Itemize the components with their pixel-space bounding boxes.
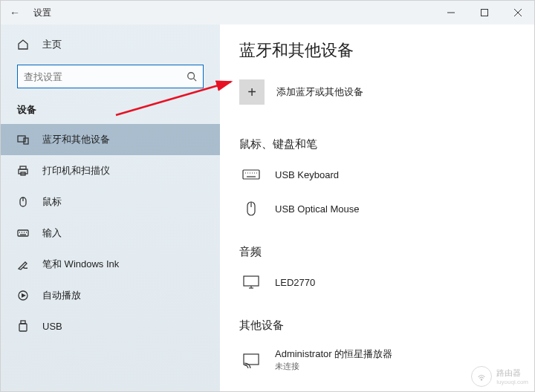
printer-icon: [17, 165, 29, 177]
nav-label: 蓝牙和其他设备: [42, 133, 110, 146]
device-label: USB Keyboard: [275, 169, 339, 180]
window-title: 设置: [33, 7, 51, 19]
back-button[interactable]: ←: [10, 7, 20, 19]
add-device-label: 添加蓝牙或其他设备: [276, 85, 363, 99]
pen-icon: [17, 258, 29, 270]
titlebar: ← 设置: [1, 1, 534, 24]
keyboard-icon: [17, 227, 29, 239]
svg-rect-33: [244, 276, 259, 286]
watermark-url: luyouqi.com: [496, 379, 528, 385]
svg-rect-22: [19, 324, 27, 331]
section-audio: 音频: [239, 245, 515, 259]
add-device-button[interactable]: +: [239, 79, 265, 105]
plus-icon: +: [247, 84, 256, 101]
section-other-devices: 其他设备: [239, 318, 515, 333]
section-mouse-keyboard-pen: 鼠标、键盘和笔: [239, 137, 515, 151]
add-device-row[interactable]: + 添加蓝牙或其他设备: [239, 79, 515, 105]
cast-device-icon: [242, 352, 260, 368]
sidebar: 主页 设备 蓝牙和其他设备 打印机和扫描仪 鼠标: [1, 24, 220, 391]
nav-usb[interactable]: USB: [1, 311, 220, 341]
search-input[interactable]: [24, 71, 187, 82]
device-label: USB Optical Mouse: [275, 203, 359, 215]
search-box[interactable]: [17, 65, 204, 88]
close-button[interactable]: [501, 1, 534, 24]
nav-label: 笔和 Windows Ink: [42, 258, 119, 271]
nav-printers-scanners[interactable]: 打印机和扫描仪: [1, 155, 220, 186]
monitor-icon: [242, 274, 260, 290]
svg-line-5: [194, 79, 197, 82]
device-label: LED2770: [275, 277, 315, 288]
nav-pen-windows-ink[interactable]: 笔和 Windows Ink: [1, 249, 220, 280]
search-icon: [187, 71, 197, 82]
home-icon: [17, 39, 29, 50]
nav-label: 输入: [42, 226, 62, 240]
device-usb-mouse[interactable]: USB Optical Mouse: [239, 196, 515, 230]
watermark: 路由器 luyouqi.com: [471, 366, 528, 387]
svg-rect-9: [20, 166, 26, 169]
settings-window: ← 设置 主页: [0, 0, 535, 392]
nav-autoplay[interactable]: 自动播放: [1, 280, 220, 311]
nav-label: 打印机和扫描仪: [42, 164, 110, 177]
svg-rect-1: [481, 10, 487, 16]
device-label: Administrator 的恒星播放器: [275, 347, 392, 361]
nav-mouse[interactable]: 鼠标: [1, 186, 220, 218]
home-label: 主页: [42, 38, 62, 51]
svg-marker-20: [22, 293, 26, 298]
content-pane: 蓝牙和其他设备 + 添加蓝牙或其他设备 鼠标、键盘和笔 USB Keyboard…: [220, 24, 534, 391]
page-title: 蓝牙和其他设备: [239, 39, 515, 62]
devices-icon: [17, 134, 29, 146]
usb-icon: [17, 320, 29, 332]
svg-point-4: [188, 73, 195, 79]
watermark-logo: [471, 366, 492, 387]
nav-typing[interactable]: 输入: [1, 218, 220, 249]
nav-label: 自动播放: [42, 289, 81, 302]
svg-rect-23: [243, 170, 259, 179]
nav-bluetooth-other-devices[interactable]: 蓝牙和其他设备: [1, 124, 220, 155]
svg-rect-8: [19, 169, 27, 174]
autoplay-icon: [17, 290, 29, 301]
home-nav[interactable]: 主页: [1, 30, 220, 59]
device-usb-keyboard[interactable]: USB Keyboard: [239, 162, 515, 196]
maximize-button[interactable]: [467, 1, 501, 24]
keyboard-icon: [242, 166, 260, 183]
nav-label: 鼠标: [42, 195, 62, 209]
sidebar-section-label: 设备: [1, 99, 220, 124]
svg-rect-7: [24, 138, 28, 144]
minimize-button[interactable]: [434, 1, 467, 24]
nav-label: USB: [42, 321, 62, 332]
svg-rect-13: [18, 230, 28, 236]
mouse-icon: [242, 200, 260, 217]
device-led2770[interactable]: LED2770: [239, 270, 515, 304]
device-status: 未连接: [275, 361, 392, 372]
svg-point-38: [482, 379, 482, 380]
mouse-icon: [17, 196, 29, 208]
watermark-brand: 路由器: [496, 368, 521, 377]
